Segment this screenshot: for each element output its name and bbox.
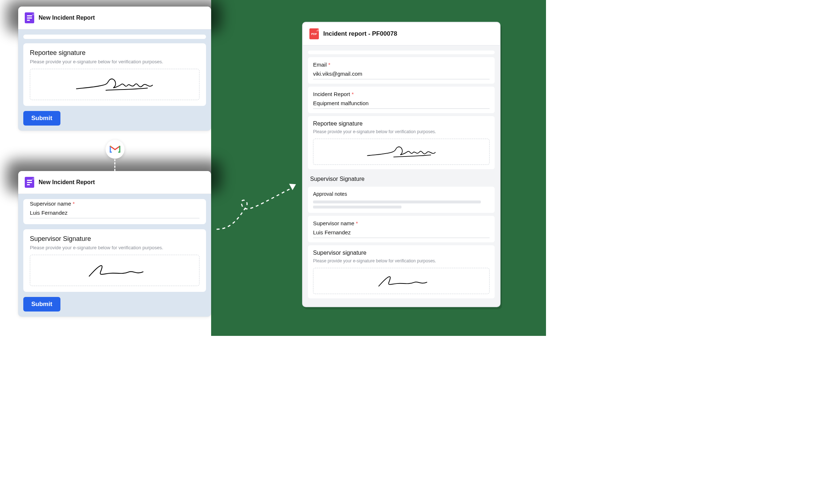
signature-glyph — [75, 74, 155, 95]
card-body: Email * viki.viks@gmail.com Incident Rep… — [303, 45, 500, 306]
signature-glyph — [78, 260, 151, 281]
reportee-signature-section: Reportee signature Please provide your e… — [308, 116, 495, 169]
card-body: Reportee signature Please provide your e… — [18, 29, 211, 131]
connector-arrow — [217, 189, 300, 233]
card-body: Supervisor name * Supervisor Signature P… — [18, 194, 211, 317]
supervisor-name-value: Luis Fernandez — [313, 229, 490, 238]
approval-notes-label: Approval notes — [313, 191, 490, 197]
section-subtitle: Please provide your e-signature below fo… — [313, 129, 490, 134]
card-title: New Incident Report — [39, 179, 95, 186]
card-header: New Incident Report — [18, 171, 211, 194]
signature-display — [313, 139, 490, 165]
card-title: Incident report - PF00078 — [323, 30, 397, 37]
section-title: Reportee signature — [30, 49, 199, 57]
supervisor-name-input[interactable] — [30, 209, 199, 218]
peek-prev-section — [23, 35, 206, 39]
incident-value: Equipment malfunction — [313, 99, 490, 109]
section-subtitle: Please provide your e-signature below fo… — [313, 258, 490, 263]
pdf-icon: PDF — [309, 28, 319, 39]
gmail-icon — [110, 145, 120, 153]
signature-pad[interactable] — [30, 69, 199, 100]
signature-section: Supervisor Signature Please provide your… — [23, 229, 206, 292]
card-header: PDF Incident report - PF00078 — [303, 23, 500, 45]
signature-glyph — [365, 143, 438, 161]
form-card-supervisor: New Incident Report Supervisor name * Su… — [18, 171, 211, 317]
form-card-reportee: New Incident Report Reportee signature P… — [18, 7, 211, 131]
section-title: Supervisor Signature — [30, 235, 199, 243]
field-label: Supervisor name * — [30, 201, 199, 207]
supervisor-signature-section: Supervisor signature Please provide your… — [308, 245, 495, 298]
card-title: New Incident Report — [39, 15, 95, 21]
section-subtitle: Please provide your e-signature below fo… — [30, 245, 199, 250]
name-field-section: Supervisor name * — [23, 199, 206, 224]
signature-glyph — [369, 272, 434, 290]
field-label: Incident Report * — [313, 91, 490, 97]
field-label: Supervisor name * — [313, 220, 490, 226]
approval-notes-section: Approval notes — [308, 187, 495, 213]
gmail-node — [106, 140, 124, 159]
email-field-section: Email * viki.viks@gmail.com — [308, 57, 495, 84]
card-header: New Incident Report — [18, 7, 211, 29]
section-title: Reportee signature — [313, 120, 490, 127]
supervisor-signature-heading: Supervisor Signature — [305, 172, 498, 184]
google-forms-icon — [25, 177, 34, 188]
submit-button[interactable]: Submit — [23, 297, 60, 311]
signature-display — [313, 268, 490, 294]
section-subtitle: Please provide your e-signature below fo… — [30, 59, 199, 64]
section-title: Supervisor signature — [313, 250, 490, 256]
signature-pad[interactable] — [30, 255, 199, 286]
supervisor-name-section: Supervisor name * Luis Fernandez — [308, 216, 495, 242]
google-forms-icon — [25, 12, 34, 23]
incident-field-section: Incident Report * Equipment malfunction — [308, 87, 495, 113]
pdf-report-card: PDF Incident report - PF00078 Email * vi… — [302, 22, 500, 307]
field-label: Email * — [313, 61, 490, 68]
signature-section: Reportee signature Please provide your e… — [23, 43, 206, 106]
peek-prev-section — [308, 51, 495, 54]
email-value: viki.viks@gmail.com — [313, 70, 490, 79]
placeholder-text-lines — [313, 201, 490, 209]
submit-button[interactable]: Submit — [23, 111, 60, 126]
